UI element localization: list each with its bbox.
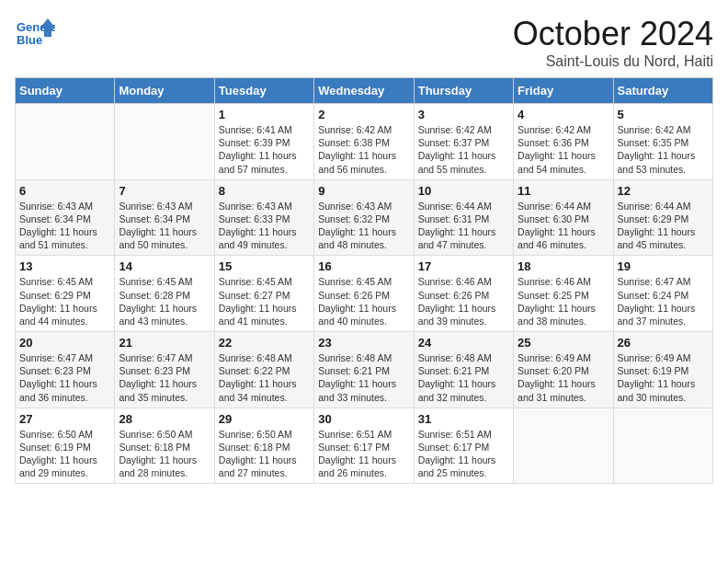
day-number: 6 <box>19 184 110 198</box>
title-block: October 2024 Saint-Louis du Nord, Haiti <box>513 15 713 70</box>
cell-info: Sunrise: 6:43 AMSunset: 6:32 PMDaylight:… <box>318 201 396 251</box>
cell-info: Sunrise: 6:48 AMSunset: 6:21 PMDaylight:… <box>418 352 496 403</box>
calendar-cell: 17Sunrise: 6:46 AMSunset: 6:26 PMDayligh… <box>414 256 513 332</box>
cell-info: Sunrise: 6:47 AMSunset: 6:24 PMDaylight:… <box>618 276 696 327</box>
day-number: 15 <box>219 259 310 273</box>
cell-info: Sunrise: 6:50 AMSunset: 6:18 PMDaylight:… <box>219 429 297 479</box>
day-number: 24 <box>418 336 509 350</box>
month-title: October 2024 <box>513 15 713 53</box>
calendar-cell: 16Sunrise: 6:45 AMSunset: 6:26 PMDayligh… <box>314 256 414 332</box>
calendar-cell: 30Sunrise: 6:51 AMSunset: 6:17 PMDayligh… <box>314 408 414 484</box>
cell-info: Sunrise: 6:49 AMSunset: 6:20 PMDaylight:… <box>518 352 596 403</box>
day-number: 2 <box>318 108 409 121</box>
calendar-cell: 13Sunrise: 6:45 AMSunset: 6:29 PMDayligh… <box>16 256 115 332</box>
day-number: 26 <box>618 336 709 350</box>
calendar-cell: 31Sunrise: 6:51 AMSunset: 6:17 PMDayligh… <box>414 408 513 484</box>
header-monday: Monday <box>115 78 214 104</box>
calendar-cell: 20Sunrise: 6:47 AMSunset: 6:23 PMDayligh… <box>16 332 115 408</box>
header-thursday: Thursday <box>414 78 513 104</box>
cell-info: Sunrise: 6:45 AMSunset: 6:27 PMDaylight:… <box>219 276 297 327</box>
day-number: 29 <box>219 412 310 426</box>
cell-info: Sunrise: 6:45 AMSunset: 6:26 PMDaylight:… <box>318 276 396 327</box>
week-row-2: 13Sunrise: 6:45 AMSunset: 6:29 PMDayligh… <box>16 256 713 332</box>
calendar-cell: 22Sunrise: 6:48 AMSunset: 6:22 PMDayligh… <box>214 332 313 408</box>
cell-info: Sunrise: 6:43 AMSunset: 6:34 PMDaylight:… <box>119 201 197 251</box>
calendar-cell <box>16 104 115 180</box>
calendar-cell: 5Sunrise: 6:42 AMSunset: 6:35 PMDaylight… <box>613 104 712 180</box>
cell-info: Sunrise: 6:45 AMSunset: 6:28 PMDaylight:… <box>119 276 197 327</box>
calendar-table: SundayMondayTuesdayWednesdayThursdayFrid… <box>15 77 713 484</box>
day-number: 3 <box>418 108 509 121</box>
day-number: 27 <box>19 412 110 426</box>
calendar-cell: 1Sunrise: 6:41 AMSunset: 6:39 PMDaylight… <box>214 104 313 180</box>
header-friday: Friday <box>514 78 613 104</box>
calendar-cell: 25Sunrise: 6:49 AMSunset: 6:20 PMDayligh… <box>514 332 613 408</box>
day-number: 28 <box>119 412 210 426</box>
cell-info: Sunrise: 6:42 AMSunset: 6:36 PMDaylight:… <box>518 124 596 175</box>
day-number: 1 <box>219 108 310 121</box>
day-number: 13 <box>19 259 110 273</box>
week-row-1: 6Sunrise: 6:43 AMSunset: 6:34 PMDaylight… <box>16 179 713 256</box>
calendar-cell: 7Sunrise: 6:43 AMSunset: 6:34 PMDaylight… <box>115 179 214 256</box>
cell-info: Sunrise: 6:45 AMSunset: 6:29 PMDaylight:… <box>19 276 97 327</box>
calendar-cell: 8Sunrise: 6:43 AMSunset: 6:33 PMDaylight… <box>214 179 313 256</box>
cell-info: Sunrise: 6:44 AMSunset: 6:31 PMDaylight:… <box>418 201 496 251</box>
day-number: 31 <box>418 412 509 426</box>
days-header-row: SundayMondayTuesdayWednesdayThursdayFrid… <box>16 78 713 104</box>
calendar-cell: 6Sunrise: 6:43 AMSunset: 6:34 PMDaylight… <box>16 179 115 256</box>
day-number: 23 <box>318 336 409 350</box>
day-number: 21 <box>119 336 210 350</box>
calendar-cell: 26Sunrise: 6:49 AMSunset: 6:19 PMDayligh… <box>613 332 712 408</box>
calendar-cell <box>613 408 712 484</box>
day-number: 8 <box>219 184 310 198</box>
calendar-cell: 23Sunrise: 6:48 AMSunset: 6:21 PMDayligh… <box>314 332 414 408</box>
cell-info: Sunrise: 6:48 AMSunset: 6:22 PMDaylight:… <box>219 352 297 403</box>
logo: General Blue <box>15 15 55 55</box>
calendar-cell: 18Sunrise: 6:46 AMSunset: 6:25 PMDayligh… <box>514 256 613 332</box>
day-number: 18 <box>518 259 609 273</box>
day-number: 4 <box>518 108 609 121</box>
day-number: 25 <box>518 336 609 350</box>
calendar-cell: 10Sunrise: 6:44 AMSunset: 6:31 PMDayligh… <box>414 179 513 256</box>
cell-info: Sunrise: 6:50 AMSunset: 6:18 PMDaylight:… <box>119 429 197 479</box>
day-number: 7 <box>119 184 210 198</box>
cell-info: Sunrise: 6:47 AMSunset: 6:23 PMDaylight:… <box>119 352 197 403</box>
day-number: 10 <box>418 184 509 198</box>
svg-text:Blue: Blue <box>17 33 42 47</box>
week-row-0: 1Sunrise: 6:41 AMSunset: 6:39 PMDaylight… <box>16 104 713 180</box>
day-number: 9 <box>318 184 409 198</box>
cell-info: Sunrise: 6:50 AMSunset: 6:19 PMDaylight:… <box>19 429 97 479</box>
header-sunday: Sunday <box>16 78 115 104</box>
cell-info: Sunrise: 6:48 AMSunset: 6:21 PMDaylight:… <box>318 352 396 403</box>
cell-info: Sunrise: 6:47 AMSunset: 6:23 PMDaylight:… <box>19 352 97 403</box>
cell-info: Sunrise: 6:44 AMSunset: 6:30 PMDaylight:… <box>518 201 596 251</box>
calendar-cell: 12Sunrise: 6:44 AMSunset: 6:29 PMDayligh… <box>613 179 712 256</box>
cell-info: Sunrise: 6:51 AMSunset: 6:17 PMDaylight:… <box>318 429 396 479</box>
cell-info: Sunrise: 6:42 AMSunset: 6:37 PMDaylight:… <box>418 124 496 175</box>
day-number: 11 <box>518 184 609 198</box>
logo-svg: General Blue <box>15 15 55 55</box>
calendar-cell: 19Sunrise: 6:47 AMSunset: 6:24 PMDayligh… <box>613 256 712 332</box>
cell-info: Sunrise: 6:43 AMSunset: 6:33 PMDaylight:… <box>219 201 297 251</box>
cell-info: Sunrise: 6:41 AMSunset: 6:39 PMDaylight:… <box>219 124 297 175</box>
day-number: 5 <box>618 108 709 121</box>
header-tuesday: Tuesday <box>214 78 313 104</box>
page-header: General Blue October 2024 Saint-Louis du… <box>15 15 713 70</box>
day-number: 20 <box>19 336 110 350</box>
day-number: 16 <box>318 259 409 273</box>
calendar-cell: 15Sunrise: 6:45 AMSunset: 6:27 PMDayligh… <box>214 256 313 332</box>
day-number: 14 <box>119 259 210 273</box>
day-number: 17 <box>418 259 509 273</box>
cell-info: Sunrise: 6:46 AMSunset: 6:25 PMDaylight:… <box>518 276 596 327</box>
cell-info: Sunrise: 6:51 AMSunset: 6:17 PMDaylight:… <box>418 429 496 479</box>
cell-info: Sunrise: 6:44 AMSunset: 6:29 PMDaylight:… <box>618 201 696 251</box>
calendar-cell: 2Sunrise: 6:42 AMSunset: 6:38 PMDaylight… <box>314 104 414 180</box>
calendar-cell: 4Sunrise: 6:42 AMSunset: 6:36 PMDaylight… <box>514 104 613 180</box>
day-number: 12 <box>618 184 709 198</box>
day-number: 19 <box>618 259 709 273</box>
week-row-3: 20Sunrise: 6:47 AMSunset: 6:23 PMDayligh… <box>16 332 713 408</box>
calendar-cell: 14Sunrise: 6:45 AMSunset: 6:28 PMDayligh… <box>115 256 214 332</box>
calendar-cell <box>514 408 613 484</box>
day-number: 22 <box>219 336 310 350</box>
calendar-cell: 24Sunrise: 6:48 AMSunset: 6:21 PMDayligh… <box>414 332 513 408</box>
